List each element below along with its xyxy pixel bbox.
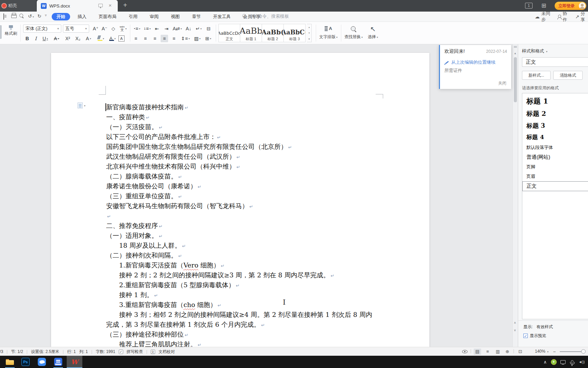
new-document-icon[interactable] bbox=[3, 14, 4, 20]
taskbar-photoshop[interactable]: Ps bbox=[18, 356, 33, 368]
text-layout-button[interactable]: A 文字排版▾ bbox=[318, 24, 339, 40]
text-frame-button[interactable]: ⊟ bbox=[205, 25, 212, 33]
style-item-标题 2[interactable]: 标题 2 bbox=[522, 108, 588, 120]
menu-tab-插入[interactable]: 插入 bbox=[73, 13, 91, 20]
underline-button[interactable]: U▾ bbox=[41, 35, 50, 42]
align-left-button[interactable]: ≡ bbox=[132, 35, 140, 42]
page-view-icon[interactable]: ▤ bbox=[474, 349, 481, 355]
zoom-slider-track[interactable] bbox=[560, 351, 584, 352]
doc-line[interactable]: （一）适用对象。↵ bbox=[106, 231, 163, 241]
character-scale-button[interactable]: A⇄▾ bbox=[172, 25, 182, 33]
doc-line[interactable]: 康希诺生物股份公司（康希诺）↵ bbox=[106, 181, 201, 191]
doc-line[interactable]: 一、疫苗种类↵ bbox=[106, 112, 150, 122]
style-item-页脚[interactable]: 页脚 bbox=[522, 162, 588, 172]
new-style-button[interactable]: 新样式... bbox=[522, 71, 551, 80]
zoom-out-icon[interactable]: − bbox=[551, 349, 558, 355]
gallery-style-正文[interactable]: AaBbCcDd正文 bbox=[218, 24, 240, 42]
paragraph-handle-caret[interactable]: ▾ bbox=[84, 104, 85, 107]
strikethrough-button[interactable]: A▾ bbox=[52, 35, 61, 42]
display-filter[interactable]: 显示: 有效样式 bbox=[523, 324, 553, 330]
doc-line[interactable]: 1.新官病毒灭活疫苗（Vero 细胞）↵ bbox=[119, 260, 225, 270]
welcome-close-button[interactable]: 关闭 bbox=[498, 80, 506, 86]
distribute-button[interactable]: ≡ bbox=[170, 35, 178, 42]
sort-button[interactable]: A↓ bbox=[184, 25, 193, 33]
doc-line[interactable]: 18 周岁及以上人群。↵ bbox=[119, 241, 186, 250]
paragraph-handle-icon[interactable] bbox=[78, 103, 83, 108]
undo-icon[interactable]: ↺▾ bbox=[28, 13, 34, 19]
tray-microphone-icon[interactable] bbox=[568, 356, 576, 368]
spellcheck-toggle[interactable]: 拼写检查 bbox=[127, 349, 143, 355]
style-item-页眉[interactable]: 页眉 bbox=[522, 172, 588, 181]
doc-line[interactable]: （二）接种剂次和间隔。↵ bbox=[106, 250, 182, 260]
zoom-slider-handle[interactable] bbox=[581, 349, 586, 354]
taskbar-thunder[interactable] bbox=[34, 356, 50, 368]
gallery-style-标题 1[interactable]: AaBb标题 1 bbox=[240, 24, 262, 42]
menu-tab-视图[interactable]: 视图 bbox=[166, 13, 184, 20]
doc-line[interactable]: （二）腺病毒载体疫苗。↵ bbox=[106, 171, 182, 181]
doc-line[interactable]: 完成，第 3 剂尽量在接种第 1 剂次后 6 个月内完成。↵ bbox=[106, 320, 265, 329]
collaborate-button[interactable]: 协作 bbox=[557, 11, 571, 23]
clear-format-panel-button[interactable]: 清除格式 bbox=[553, 71, 583, 80]
styles-panel-title[interactable]: 样式和格式 ▾ bbox=[522, 48, 548, 54]
tray-network-icon[interactable] bbox=[559, 356, 567, 368]
doc-line[interactable]: 推荐上臂三角肌肌内注射。↵ bbox=[119, 339, 201, 347]
redo-icon[interactable]: ↻ bbox=[37, 13, 42, 19]
style-item-默认段落字体[interactable]: 默认段落字体 bbox=[522, 143, 588, 152]
numbered-list-button[interactable]: 1≡▾ bbox=[143, 25, 152, 33]
format-painter-button[interactable]: 格式刷 bbox=[3, 24, 18, 42]
current-style-box[interactable]: 正文 bbox=[522, 57, 588, 67]
tray-antivirus-icon[interactable]: + bbox=[550, 356, 557, 368]
menu-tab-审阅[interactable]: 审阅 bbox=[145, 13, 163, 20]
tab-document[interactable]: W WPS.docx × bbox=[37, 0, 118, 12]
style-item-标题 3[interactable]: 标题 3 bbox=[522, 120, 588, 132]
doc-line[interactable]: 接种 1 剂。↵ bbox=[119, 290, 158, 300]
gallery-style-标题 3[interactable]: AaBbC(标题 3 bbox=[284, 24, 306, 42]
menu-tab-开始[interactable]: 开始 bbox=[52, 13, 70, 20]
next-page-icon[interactable]: ∨ bbox=[514, 328, 516, 332]
text-effects-button[interactable]: A▾ bbox=[84, 35, 93, 42]
doc-line[interactable]: （三）接种途径和接种部位↵ bbox=[106, 329, 189, 339]
share-button[interactable]: ↗ 分享 bbox=[575, 11, 588, 23]
tab-home[interactable]: 稻壳 bbox=[0, 0, 36, 12]
style-item-标题 4[interactable]: 标题 4 bbox=[522, 132, 588, 143]
proofing-icon[interactable]: 文 bbox=[151, 350, 155, 354]
italic-button[interactable]: I bbox=[33, 35, 39, 42]
decrease-indent-button[interactable]: ⇤ bbox=[153, 25, 161, 33]
show-preview-checkbox[interactable]: ✓ 显示预览 bbox=[523, 333, 546, 339]
subscript-button[interactable]: X₂ bbox=[74, 35, 82, 42]
doc-line[interactable]: 以下三个公司的产品附条件批准上市：↵ bbox=[106, 132, 221, 142]
command-search[interactable]: 查找命令、搜索模板 bbox=[242, 13, 289, 19]
doc-line[interactable]: 接种 3 剂；相邻 2 剂之间的接种间隔建议≥4 周。第 2 剂尽量在接种第 1… bbox=[119, 310, 372, 320]
menu-tab-章节[interactable]: 章节 bbox=[187, 13, 206, 20]
highlight-color-button[interactable]: ▾ bbox=[95, 35, 105, 42]
font-color-button[interactable]: A ▾ bbox=[107, 35, 117, 42]
align-center-button[interactable]: ≡ bbox=[142, 35, 149, 42]
customize-quickbar-icon[interactable]: ▿ bbox=[45, 13, 47, 17]
doc-line[interactable]: 安徽智飞龙科马生物制药有限公司（智飞龙科马）↵ bbox=[106, 201, 253, 211]
previous-page-icon[interactable]: ∧ bbox=[514, 321, 516, 324]
web-view-icon[interactable]: ⊕ bbox=[504, 349, 511, 355]
doc-line[interactable]: 北京科兴中维生物技术有限公司（科兴中维）↵ bbox=[106, 162, 240, 171]
vertical-scrollbar[interactable]: ▲ ∧ ∨ bbox=[512, 44, 518, 347]
shading-button[interactable]: ▨▾ bbox=[193, 35, 202, 42]
doc-line[interactable]: ↵ bbox=[106, 211, 111, 221]
word-count[interactable]: 字数: 1991 bbox=[96, 349, 115, 355]
doc-line[interactable]: 武汉生物制品研究所有限责任公司（武汉所）↵ bbox=[106, 152, 240, 162]
borders-button[interactable]: ⊞▾ bbox=[203, 35, 213, 42]
select-button[interactable]: ↖ 选择▾ bbox=[365, 24, 380, 40]
font-name-select[interactable]: 宋体 (正文)▾ bbox=[23, 25, 61, 33]
login-button[interactable]: 立即登录 bbox=[555, 2, 586, 10]
taskbar-file-explorer[interactable] bbox=[2, 356, 18, 368]
close-tab-icon[interactable]: × bbox=[109, 2, 112, 9]
scrollbar-thumb[interactable] bbox=[514, 57, 517, 102]
sync-status[interactable]: ☁ 未同步 bbox=[535, 11, 553, 23]
paste-button-clipped[interactable] bbox=[0, 25, 2, 39]
font-size-select[interactable]: 五号▾ bbox=[63, 25, 89, 33]
pin-window-icon[interactable] bbox=[98, 4, 103, 7]
bold-button[interactable]: B bbox=[24, 35, 31, 42]
scroll-up-icon[interactable]: ▲ bbox=[514, 52, 517, 55]
app-grid-icon[interactable]: ⊞ bbox=[541, 2, 546, 9]
continue-editing-link[interactable]: 从上次编辑的位置继续 bbox=[444, 59, 495, 65]
justify-button[interactable]: ≡ bbox=[161, 35, 168, 42]
outline-view-icon[interactable]: ≡ bbox=[484, 349, 491, 355]
